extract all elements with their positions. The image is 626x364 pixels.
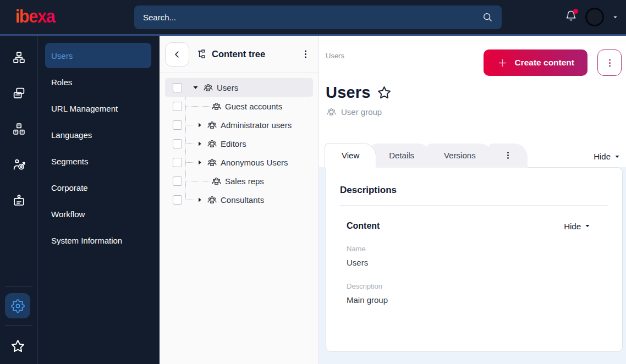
field-value: Main group [347, 295, 608, 305]
tree-item-editors[interactable]: Editors [165, 134, 313, 153]
pages-icon[interactable] [6, 80, 31, 106]
tree-item-sales-reps[interactable]: Sales reps [165, 172, 313, 190]
user-avatar[interactable] [585, 8, 604, 26]
star-icon[interactable] [5, 333, 30, 359]
sidebar-item-system-information[interactable]: System Information [45, 228, 151, 253]
gear-icon[interactable] [5, 293, 30, 318]
tree-item-label: Anonymous Users [221, 158, 288, 167]
app-root: ibexa UsersRolesURL ManagementLanguagesS… [0, 0, 626, 364]
global-search[interactable] [134, 5, 502, 29]
field-label: Name [347, 245, 608, 253]
sitemap-icon[interactable] [6, 45, 31, 70]
tree-item-users[interactable]: Users [165, 78, 313, 97]
caret-expanded-icon[interactable] [191, 84, 200, 91]
tree-kebab-menu-icon[interactable] [300, 49, 311, 59]
content-section-heading: Content [347, 221, 380, 231]
field-description: DescriptionMain group [347, 282, 608, 305]
tab-more-kebab[interactable] [488, 144, 528, 168]
tree-connector [185, 162, 195, 163]
search-icon[interactable] [482, 12, 493, 23]
header-actions: Create content [484, 49, 622, 76]
tree-item-label: Editors [221, 139, 246, 148]
tree-connector [185, 200, 195, 200]
tree-connector [185, 125, 195, 125]
tree-checkbox[interactable] [173, 158, 182, 167]
content-tree-title: Content tree [212, 49, 265, 59]
content-tree-panel: Content tree UsersGuest accountsAdminist… [160, 36, 319, 364]
caret-collapsed-icon[interactable] [195, 122, 204, 129]
tree-item-label: Guest accounts [225, 102, 282, 111]
search-input[interactable] [143, 13, 482, 22]
create-content-button[interactable]: Create content [484, 49, 587, 76]
tree-checkbox[interactable] [173, 120, 182, 130]
field-list: NameUsersDescriptionMain group [347, 245, 608, 305]
tree-checkbox[interactable] [173, 139, 182, 148]
tree-connector [185, 144, 195, 144]
tree-connector [185, 181, 210, 181]
content-tree-header: Content tree [160, 36, 319, 73]
sidebar-item-users[interactable]: Users [45, 43, 151, 68]
notifications-bell-icon[interactable] [565, 10, 577, 24]
section-divider [340, 205, 608, 206]
content-tree-list: UsersGuest accountsAdministrator usersEd… [160, 73, 319, 209]
tab-view[interactable]: View [325, 143, 376, 168]
modules-icon[interactable] [6, 116, 31, 141]
notification-dot [573, 9, 578, 14]
tab-versions[interactable]: Versions [427, 144, 493, 168]
content-kebab-menu-button[interactable] [597, 49, 622, 76]
user-menu-caret-icon[interactable] [612, 14, 618, 20]
tree-item-consultants[interactable]: Consultants [165, 190, 313, 209]
sidebar-item-workflow[interactable]: Workflow [45, 201, 151, 227]
sidebar-item-segments[interactable]: Segments [45, 148, 151, 174]
field-name: NameUsers [347, 245, 608, 267]
sidebar-item-url-management[interactable]: URL Management [45, 96, 151, 121]
tree-checkbox[interactable] [173, 83, 182, 92]
main-body: Descriptions Content Hide NameUsersDescr… [319, 167, 626, 364]
id-badge-icon[interactable] [6, 187, 31, 213]
sidebar-item-roles[interactable]: Roles [45, 69, 151, 95]
tree-item-anonymous-users[interactable]: Anonymous Users [165, 153, 313, 172]
tree-connector [185, 106, 210, 107]
caret-collapsed-icon[interactable] [195, 196, 204, 203]
rail-top-icons [6, 45, 31, 223]
topbar-right [565, 8, 618, 26]
content-type-badge: User group [326, 107, 626, 117]
user-group-icon [207, 157, 217, 168]
topbar: ibexa [0, 0, 626, 36]
content-hide-toggle[interactable]: Hide [564, 222, 591, 231]
tree-item-guest-accounts[interactable]: Guest accounts [165, 97, 313, 115]
rail-divider [5, 286, 32, 286]
rail-divider [5, 325, 32, 326]
breadcrumb[interactable]: Users [326, 52, 344, 60]
personalization-icon[interactable] [6, 152, 31, 177]
field-value: Users [347, 258, 608, 267]
collapse-tree-button[interactable] [165, 42, 189, 67]
tree-item-administrator-users[interactable]: Administrator users [165, 115, 313, 134]
plus-icon [497, 57, 508, 69]
icon-rail [0, 36, 38, 364]
main-area: Users Create content Users User [319, 36, 626, 364]
bookmark-star-icon[interactable] [377, 85, 392, 100]
descriptions-heading: Descriptions [340, 185, 608, 196]
view-tab-panel: Descriptions Content Hide NameUsersDescr… [326, 167, 623, 352]
sidebar-item-languages[interactable]: Languages [45, 122, 151, 147]
hide-panel-toggle[interactable]: Hide [594, 152, 626, 168]
tab-bar: ViewDetailsVersions Hide [319, 143, 626, 168]
ibexa-logo[interactable]: ibexa [15, 7, 67, 27]
tree-checkbox[interactable] [173, 195, 182, 205]
caret-collapsed-icon[interactable] [195, 159, 204, 166]
sidebar-menu: UsersRolesURL ManagementLanguagesSegment… [38, 36, 160, 364]
sidebar-item-corporate[interactable]: Corporate [45, 175, 151, 200]
caret-collapsed-icon[interactable] [195, 140, 204, 147]
content-tree-icon [196, 49, 207, 59]
tree-item-label: Users [217, 83, 238, 92]
content-row: UsersRolesURL ManagementLanguagesSegment… [0, 36, 626, 364]
page-title: Users [326, 84, 371, 102]
user-group-icon [207, 139, 217, 149]
tree-checkbox[interactable] [173, 102, 182, 111]
tab-details[interactable]: Details [372, 144, 431, 168]
tree-checkbox[interactable] [173, 177, 182, 186]
user-group-icon [211, 101, 222, 112]
user-group-icon [207, 195, 217, 205]
tree-item-label: Sales reps [225, 177, 264, 186]
